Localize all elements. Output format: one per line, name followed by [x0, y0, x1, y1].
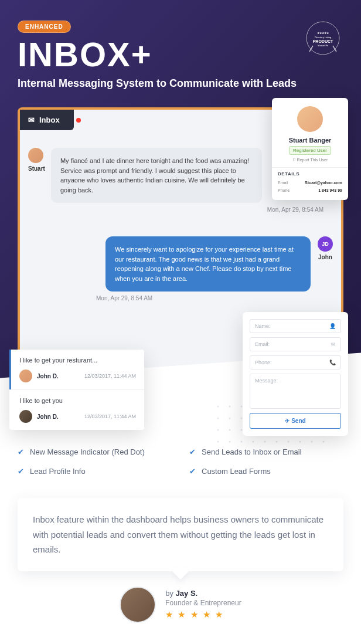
avatar [28, 148, 43, 163]
feature-text: Custom Lead Forms [202, 467, 271, 476]
enhanced-badge: ENHANCED [18, 21, 71, 33]
avatar [297, 106, 323, 132]
user-icon: 👤 [329, 323, 336, 329]
svg-point-6 [229, 406, 231, 408]
feature-text: Send Leads to Inbox or Email [202, 448, 302, 456]
avatar [19, 370, 32, 382]
profile-name: Stuart Banger [278, 137, 342, 144]
feature-text: New Message Indicator (Red Dot) [30, 448, 145, 456]
svg-point-41 [288, 441, 290, 443]
page-title: INBOX+ [18, 38, 343, 72]
preview-date: 12/03/2017, 11:44 AM [84, 413, 136, 419]
details-header: DETAILS [278, 168, 342, 179]
name-field[interactable]: Name:👤 [250, 319, 341, 333]
feature-list: ✔New Message Indicator (Red Dot) ✔Send L… [18, 448, 343, 476]
incoming-message-bubble: My fiancé and I ate dinner here tonight … [51, 148, 262, 203]
author-byline: by Jay S. [165, 589, 241, 598]
svg-point-43 [311, 441, 313, 443]
feature-item: ✔Lead Profile Info [18, 467, 172, 476]
hero-section: ENHANCED ★★★★★Directory ListingPRODUCTMa… [0, 0, 361, 389]
preview-text: I like to get you [19, 397, 136, 404]
detail-row: EmailStuart@yahoo.com [278, 179, 342, 187]
svg-point-26 [229, 429, 231, 431]
message-timestamp: Mon, Apr 29, 8:54 AM [20, 203, 341, 213]
phone-field[interactable]: Phone:📞 [250, 355, 341, 370]
phone-icon: 📞 [329, 360, 336, 365]
testimonial-author: by Jay S. Founder & Entrepreneur ★ ★ ★ ★… [18, 587, 343, 623]
feature-text: Lead Profile Info [30, 467, 86, 476]
avatar [120, 587, 156, 623]
svg-text:PRODUCT: PRODUCT [313, 39, 333, 43]
check-icon: ✔ [189, 467, 196, 476]
svg-point-15 [217, 418, 219, 419]
profile-card: Stuart Banger Registered User ⚐ Report T… [272, 98, 348, 200]
preview-text: I like to get your resturant... [19, 357, 136, 364]
list-item[interactable]: I like to get your resturant... John D. … [9, 350, 144, 389]
svg-point-36 [229, 441, 231, 443]
feature-item: ✔Custom Lead Forms [189, 467, 343, 476]
svg-point-44 [323, 441, 325, 443]
testimonial-card: Inbox feature within the dashboard helps… [18, 498, 343, 571]
message-preview-list: I like to get your resturant... John D. … [9, 350, 144, 430]
svg-text:★★★★★: ★★★★★ [317, 31, 329, 35]
feature-item: ✔New Message Indicator (Red Dot) [18, 448, 172, 456]
avatar: JD [318, 236, 333, 252]
reply-avatar-column: JD John [318, 236, 333, 292]
product-award-badge: ★★★★★Directory ListingPRODUCTMarket Fit [302, 18, 343, 59]
svg-point-35 [217, 441, 219, 443]
message-timestamp: Mon, Apr 29, 8:54 AM [20, 292, 341, 301]
check-icon: ✔ [189, 448, 196, 456]
svg-point-39 [264, 441, 266, 443]
check-icon: ✔ [18, 467, 24, 476]
send-icon: ✈ [285, 418, 291, 424]
outgoing-message-bubble: We sincerely want to apologize for your … [105, 236, 311, 292]
sender-name: Stuart [28, 165, 45, 172]
page-subtitle: Internal Messaging System to Communicate… [18, 77, 343, 90]
svg-point-40 [276, 441, 278, 443]
inbox-tab[interactable]: ✉ Inbox [20, 110, 74, 130]
preview-name: John D. [37, 373, 59, 379]
profile-role-badge: Registered User [289, 146, 331, 155]
svg-text:Market Fit: Market Fit [318, 44, 329, 47]
svg-point-16 [229, 418, 231, 419]
svg-point-25 [217, 429, 219, 431]
inbox-mockup: ✉ Inbox Stuart My fiancé and I ate dinne… [18, 107, 343, 389]
testimonial-body: Inbox feature within the dashboard helps… [33, 512, 328, 557]
svg-point-42 [299, 441, 301, 443]
send-button[interactable]: ✈ Send [250, 413, 341, 429]
svg-point-5 [217, 406, 219, 408]
new-message-dot-icon [76, 118, 81, 123]
mail-icon: ✉ [331, 341, 336, 347]
lead-form-card: Name:👤 Email:✉ Phone:📞 Message: ✈ Send [243, 312, 348, 436]
report-user-link[interactable]: ⚐ Report This User [278, 158, 342, 162]
check-icon: ✔ [18, 448, 24, 456]
email-field[interactable]: Email:✉ [250, 337, 341, 351]
star-rating: ★ ★ ★ ★ ★ [165, 609, 241, 620]
message-field[interactable]: Message: [250, 374, 341, 409]
sender-avatar-column: Stuart [28, 148, 45, 203]
reply-name: John [318, 254, 333, 260]
mail-icon: ✉ [28, 116, 35, 124]
preview-date: 12/03/2017, 11:44 AM [84, 373, 136, 379]
preview-name: John D. [37, 413, 59, 420]
svg-text:Directory Listing: Directory Listing [315, 36, 332, 39]
inbox-tab-label: Inbox [39, 116, 60, 124]
list-item[interactable]: I like to get you John D. 12/03/2017, 11… [9, 389, 144, 430]
avatar [19, 410, 32, 423]
author-role: Founder & Entrepreneur [165, 599, 241, 607]
svg-point-37 [241, 441, 243, 443]
svg-point-38 [253, 441, 254, 443]
feature-item: ✔Send Leads to Inbox or Email [189, 448, 343, 456]
detail-row: Phone1 843 943 99 [278, 187, 342, 194]
